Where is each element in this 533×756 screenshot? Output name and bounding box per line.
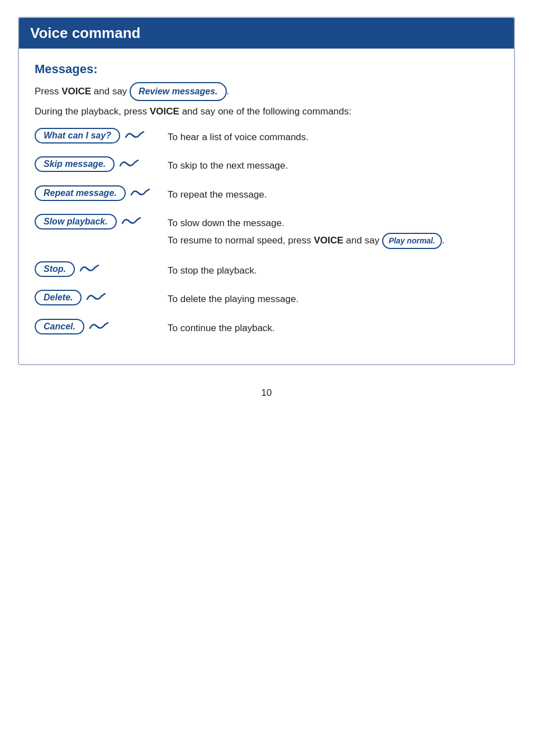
tilde-icon-repeat-message bbox=[130, 187, 150, 199]
desc-repeat-message: To repeat the message. bbox=[168, 185, 267, 202]
voice-command-card: Voice command Messages: Press VOICE and … bbox=[18, 17, 515, 365]
command-left-skip-message: Skip message. bbox=[35, 156, 158, 172]
command-row-what-can-i-say: What can I say? To hear a list of voice … bbox=[35, 128, 498, 145]
command-row-skip-message: Skip message. To skip to the next messag… bbox=[35, 156, 498, 173]
command-left-slow-playback: Slow playback. bbox=[35, 214, 158, 229]
intro-line2-post: and say one of the following commands: bbox=[179, 106, 351, 117]
tilde-icon-cancel bbox=[89, 320, 109, 333]
slow-playback-line1: To slow down the message. bbox=[168, 216, 445, 231]
intro-line-2: During the playback, press VOICE and say… bbox=[35, 104, 498, 119]
command-row-repeat-message: Repeat message. To repeat the message. bbox=[35, 185, 498, 202]
command-left-repeat-message: Repeat message. bbox=[35, 185, 158, 201]
section-title: Messages: bbox=[35, 62, 498, 76]
slow-playback-voice-bold: VOICE bbox=[314, 235, 344, 246]
card-title: Voice command bbox=[30, 25, 140, 41]
tilde-icon-delete bbox=[86, 291, 106, 304]
command-left-cancel: Cancel. bbox=[35, 319, 158, 334]
review-messages-pill: Review messages. bbox=[130, 82, 226, 101]
card-header: Voice command bbox=[19, 18, 514, 49]
pill-cancel: Cancel. bbox=[35, 319, 84, 334]
slow-playback-line2: To resume to normal speed, press VOICE a… bbox=[168, 233, 445, 249]
intro-line1-bold: VOICE bbox=[61, 86, 91, 97]
desc-skip-message: To skip to the next message. bbox=[168, 156, 288, 173]
intro-line2-pre: During the playback, press bbox=[35, 106, 150, 117]
tilde-icon-slow-playback bbox=[121, 216, 141, 228]
intro-line1-post: . bbox=[227, 86, 230, 97]
intro-line1-pre: Press bbox=[35, 86, 61, 97]
pill-skip-message: Skip message. bbox=[35, 156, 115, 172]
card-body: Messages: Press VOICE and say Review mes… bbox=[19, 49, 514, 364]
command-row-slow-playback: Slow playback. To slow down the message.… bbox=[35, 214, 498, 249]
command-row-cancel: Cancel. To continue the playback. bbox=[35, 319, 498, 336]
pill-play-normal: Play normal. bbox=[382, 233, 442, 249]
command-left-what-can-i-say: What can I say? bbox=[35, 128, 158, 143]
command-left-stop: Stop. bbox=[35, 261, 158, 277]
command-row-stop: Stop. To stop the playback. bbox=[35, 261, 498, 278]
commands-section: What can I say? To hear a list of voice … bbox=[35, 128, 498, 336]
tilde-icon-skip-message bbox=[119, 158, 139, 170]
command-left-delete: Delete. bbox=[35, 290, 158, 305]
pill-stop: Stop. bbox=[35, 261, 75, 277]
desc-delete: To delete the playing message. bbox=[168, 290, 298, 307]
command-row-delete: Delete. To delete the playing message. bbox=[35, 290, 498, 307]
pill-repeat-message: Repeat message. bbox=[35, 185, 126, 201]
pill-what-can-i-say: What can I say? bbox=[35, 128, 120, 143]
desc-what-can-i-say: To hear a list of voice commands. bbox=[168, 128, 308, 145]
desc-slow-playback: To slow down the message. To resume to n… bbox=[168, 214, 445, 249]
desc-stop: To stop the playback. bbox=[168, 261, 257, 278]
intro-line1-mid: and say bbox=[91, 86, 127, 97]
page-number: 10 bbox=[261, 387, 272, 399]
pill-delete: Delete. bbox=[35, 290, 82, 305]
tilde-icon-stop bbox=[79, 263, 99, 275]
pill-slow-playback: Slow playback. bbox=[35, 214, 117, 229]
tilde-icon-what-can-i-say bbox=[125, 130, 145, 142]
intro-line-1: Press VOICE and say Review messages.. bbox=[35, 82, 498, 101]
page: Voice command Messages: Press VOICE and … bbox=[0, 0, 533, 756]
intro-line2-bold: VOICE bbox=[150, 106, 179, 117]
desc-cancel: To continue the playback. bbox=[168, 319, 275, 336]
